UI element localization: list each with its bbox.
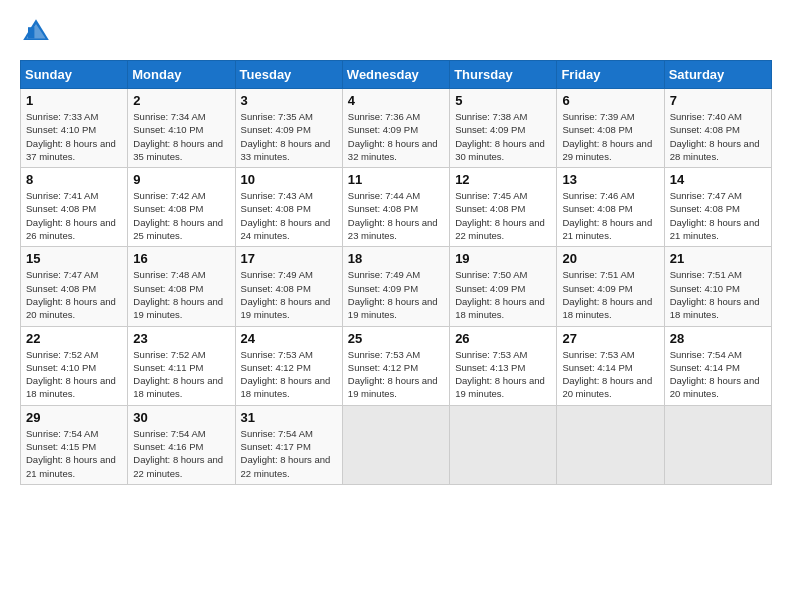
day-cell: 8Sunrise: 7:41 AMSunset: 4:08 PMDaylight… [21,168,128,247]
day-number: 8 [26,172,122,187]
day-number: 1 [26,93,122,108]
day-cell: 23Sunrise: 7:52 AMSunset: 4:11 PMDayligh… [128,326,235,405]
day-cell: 2Sunrise: 7:34 AMSunset: 4:10 PMDaylight… [128,89,235,168]
day-number: 18 [348,251,444,266]
day-info: Sunrise: 7:52 AMSunset: 4:11 PMDaylight:… [133,348,229,401]
day-number: 26 [455,331,551,346]
calendar: SundayMondayTuesdayWednesdayThursdayFrid… [20,60,772,485]
day-number: 25 [348,331,444,346]
day-number: 3 [241,93,337,108]
day-cell [664,405,771,484]
day-cell [450,405,557,484]
day-info: Sunrise: 7:46 AMSunset: 4:08 PMDaylight:… [562,189,658,242]
day-cell: 31Sunrise: 7:54 AMSunset: 4:17 PMDayligh… [235,405,342,484]
day-info: Sunrise: 7:54 AMSunset: 4:17 PMDaylight:… [241,427,337,480]
day-cell: 25Sunrise: 7:53 AMSunset: 4:12 PMDayligh… [342,326,449,405]
day-info: Sunrise: 7:39 AMSunset: 4:08 PMDaylight:… [562,110,658,163]
day-number: 13 [562,172,658,187]
week-row-4: 22Sunrise: 7:52 AMSunset: 4:10 PMDayligh… [21,326,772,405]
day-info: Sunrise: 7:36 AMSunset: 4:09 PMDaylight:… [348,110,444,163]
col-header-sunday: Sunday [21,61,128,89]
day-info: Sunrise: 7:54 AMSunset: 4:15 PMDaylight:… [26,427,122,480]
col-header-thursday: Thursday [450,61,557,89]
day-number: 19 [455,251,551,266]
day-cell: 7Sunrise: 7:40 AMSunset: 4:08 PMDaylight… [664,89,771,168]
day-cell: 18Sunrise: 7:49 AMSunset: 4:09 PMDayligh… [342,247,449,326]
day-info: Sunrise: 7:45 AMSunset: 4:08 PMDaylight:… [455,189,551,242]
col-header-friday: Friday [557,61,664,89]
day-cell: 20Sunrise: 7:51 AMSunset: 4:09 PMDayligh… [557,247,664,326]
day-info: Sunrise: 7:47 AMSunset: 4:08 PMDaylight:… [26,268,122,321]
day-number: 10 [241,172,337,187]
day-info: Sunrise: 7:51 AMSunset: 4:09 PMDaylight:… [562,268,658,321]
day-info: Sunrise: 7:43 AMSunset: 4:08 PMDaylight:… [241,189,337,242]
day-number: 21 [670,251,766,266]
day-info: Sunrise: 7:47 AMSunset: 4:08 PMDaylight:… [670,189,766,242]
day-cell: 19Sunrise: 7:50 AMSunset: 4:09 PMDayligh… [450,247,557,326]
week-row-2: 8Sunrise: 7:41 AMSunset: 4:08 PMDaylight… [21,168,772,247]
page: SundayMondayTuesdayWednesdayThursdayFrid… [0,0,792,612]
day-number: 29 [26,410,122,425]
calendar-header-row: SundayMondayTuesdayWednesdayThursdayFrid… [21,61,772,89]
day-number: 11 [348,172,444,187]
day-cell: 5Sunrise: 7:38 AMSunset: 4:09 PMDaylight… [450,89,557,168]
col-header-monday: Monday [128,61,235,89]
day-number: 15 [26,251,122,266]
day-cell: 29Sunrise: 7:54 AMSunset: 4:15 PMDayligh… [21,405,128,484]
day-info: Sunrise: 7:38 AMSunset: 4:09 PMDaylight:… [455,110,551,163]
header [20,16,772,48]
day-number: 28 [670,331,766,346]
day-cell: 11Sunrise: 7:44 AMSunset: 4:08 PMDayligh… [342,168,449,247]
day-cell: 10Sunrise: 7:43 AMSunset: 4:08 PMDayligh… [235,168,342,247]
day-info: Sunrise: 7:50 AMSunset: 4:09 PMDaylight:… [455,268,551,321]
day-info: Sunrise: 7:49 AMSunset: 4:08 PMDaylight:… [241,268,337,321]
day-cell: 1Sunrise: 7:33 AMSunset: 4:10 PMDaylight… [21,89,128,168]
day-info: Sunrise: 7:53 AMSunset: 4:13 PMDaylight:… [455,348,551,401]
svg-rect-2 [28,27,34,38]
day-number: 6 [562,93,658,108]
day-info: Sunrise: 7:49 AMSunset: 4:09 PMDaylight:… [348,268,444,321]
day-number: 5 [455,93,551,108]
day-info: Sunrise: 7:54 AMSunset: 4:16 PMDaylight:… [133,427,229,480]
day-number: 9 [133,172,229,187]
day-cell: 30Sunrise: 7:54 AMSunset: 4:16 PMDayligh… [128,405,235,484]
logo [20,16,56,48]
day-info: Sunrise: 7:52 AMSunset: 4:10 PMDaylight:… [26,348,122,401]
day-cell: 16Sunrise: 7:48 AMSunset: 4:08 PMDayligh… [128,247,235,326]
day-cell [557,405,664,484]
day-info: Sunrise: 7:34 AMSunset: 4:10 PMDaylight:… [133,110,229,163]
day-info: Sunrise: 7:40 AMSunset: 4:08 PMDaylight:… [670,110,766,163]
day-number: 31 [241,410,337,425]
day-info: Sunrise: 7:53 AMSunset: 4:12 PMDaylight:… [241,348,337,401]
day-info: Sunrise: 7:35 AMSunset: 4:09 PMDaylight:… [241,110,337,163]
day-cell: 15Sunrise: 7:47 AMSunset: 4:08 PMDayligh… [21,247,128,326]
day-info: Sunrise: 7:42 AMSunset: 4:08 PMDaylight:… [133,189,229,242]
day-cell: 14Sunrise: 7:47 AMSunset: 4:08 PMDayligh… [664,168,771,247]
day-number: 30 [133,410,229,425]
day-cell: 3Sunrise: 7:35 AMSunset: 4:09 PMDaylight… [235,89,342,168]
day-number: 4 [348,93,444,108]
day-cell: 13Sunrise: 7:46 AMSunset: 4:08 PMDayligh… [557,168,664,247]
week-row-3: 15Sunrise: 7:47 AMSunset: 4:08 PMDayligh… [21,247,772,326]
day-info: Sunrise: 7:53 AMSunset: 4:12 PMDaylight:… [348,348,444,401]
day-number: 16 [133,251,229,266]
day-number: 23 [133,331,229,346]
day-cell: 26Sunrise: 7:53 AMSunset: 4:13 PMDayligh… [450,326,557,405]
logo-icon [20,16,52,48]
week-row-1: 1Sunrise: 7:33 AMSunset: 4:10 PMDaylight… [21,89,772,168]
day-info: Sunrise: 7:51 AMSunset: 4:10 PMDaylight:… [670,268,766,321]
day-info: Sunrise: 7:54 AMSunset: 4:14 PMDaylight:… [670,348,766,401]
day-number: 7 [670,93,766,108]
week-row-5: 29Sunrise: 7:54 AMSunset: 4:15 PMDayligh… [21,405,772,484]
day-number: 14 [670,172,766,187]
day-cell: 21Sunrise: 7:51 AMSunset: 4:10 PMDayligh… [664,247,771,326]
day-number: 27 [562,331,658,346]
day-cell: 12Sunrise: 7:45 AMSunset: 4:08 PMDayligh… [450,168,557,247]
col-header-wednesday: Wednesday [342,61,449,89]
day-info: Sunrise: 7:48 AMSunset: 4:08 PMDaylight:… [133,268,229,321]
day-number: 22 [26,331,122,346]
day-number: 20 [562,251,658,266]
day-cell: 22Sunrise: 7:52 AMSunset: 4:10 PMDayligh… [21,326,128,405]
day-number: 24 [241,331,337,346]
day-number: 12 [455,172,551,187]
